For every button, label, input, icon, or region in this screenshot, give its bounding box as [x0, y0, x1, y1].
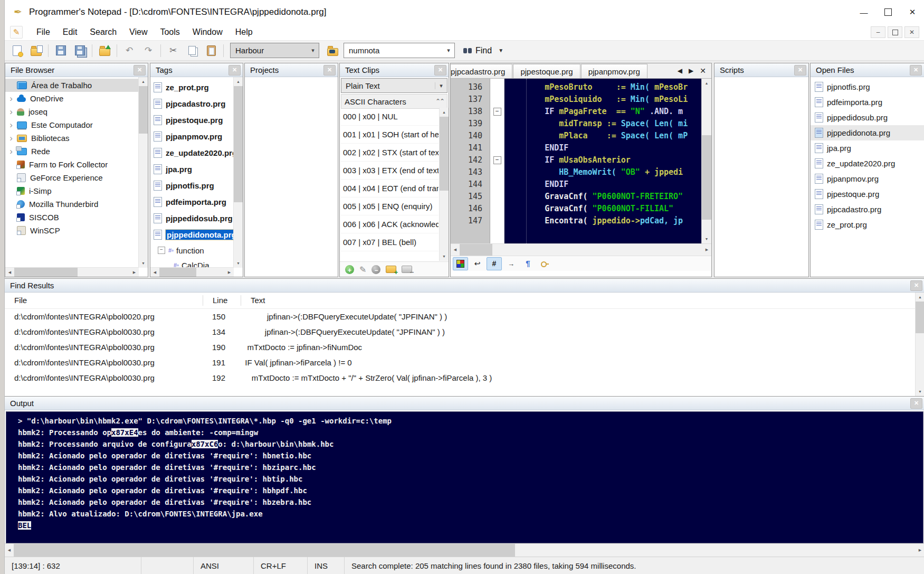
tree-item-geforce-experience[interactable]: GeForce Experience [5, 171, 139, 184]
open-file-item[interactable]: pjpnotfis.prg [811, 79, 924, 95]
menu-search[interactable]: Search [83, 26, 123, 39]
code-area[interactable]: mPesoBruto := Min( mPesoBr mPesoLiquido … [504, 79, 701, 243]
scrollbar-thumb[interactable] [460, 244, 492, 256]
open-file-item[interactable]: ze_prot.prg [811, 217, 924, 232]
scrollbar-thumb[interactable] [916, 302, 924, 333]
menu-view[interactable]: View [123, 26, 154, 39]
open-file-button[interactable] [27, 43, 45, 59]
file-browser-header[interactable]: File Browser ✕ [5, 63, 148, 77]
paste-button[interactable] [202, 43, 220, 59]
editor-view[interactable]: 136137138139140141142143144145146147 −− … [451, 79, 711, 243]
open-file-item[interactable]: pdfeimporta.prg [811, 95, 924, 110]
open-file-item[interactable]: ze_update2020.prg [811, 156, 924, 171]
find-result-row[interactable]: d:\cdrom\fontes\INTEGRA\pbol0030.prg191 … [5, 355, 916, 370]
open-file-item[interactable]: pjpestoque.prg [811, 186, 924, 202]
open-file-item[interactable]: pjppedidosub.prg [811, 110, 924, 125]
close-panel-icon[interactable]: ✕ [794, 65, 806, 76]
tag-file-item[interactable]: ze_prot.prg [150, 79, 234, 96]
syntax-highlight-toggle[interactable] [453, 257, 468, 270]
open-file-item[interactable]: pjpcadastro.prg [811, 202, 924, 217]
edit-clip-icon[interactable] [359, 265, 366, 275]
tab-scroll-right-icon[interactable]: ▶ [689, 67, 693, 74]
column-header-text[interactable]: Text [241, 295, 916, 306]
scroll-left-icon[interactable]: ◀ [5, 268, 14, 277]
tree-item-mozilla-thunderbird[interactable]: Mozilla Thunderbird [5, 197, 139, 211]
save-button[interactable] [52, 43, 70, 59]
collapse-all-icon[interactable]: ⌃⌃ [435, 98, 444, 105]
output-console[interactable]: > "d:\harbour\bin\hbmk2.exe" D:\cdrom\FO… [6, 411, 923, 543]
scroll-up-icon[interactable]: ▲ [916, 293, 924, 302]
mdi-restore-button[interactable] [888, 26, 902, 38]
close-panel-icon[interactable]: ✕ [910, 65, 922, 76]
tag-file-item[interactable]: pdfeimporta.prg [150, 194, 234, 210]
scripts-header[interactable]: Scripts ✕ [715, 63, 808, 77]
scroll-down-icon[interactable]: ▼ [234, 259, 243, 268]
vertical-scrollbar[interactable]: ▲ ▼ [233, 77, 243, 268]
text-clip-item[interactable]: 000 | x00 | NUL [341, 108, 439, 126]
save-all-button[interactable] [71, 43, 89, 59]
column-header-line[interactable]: Line [203, 295, 241, 306]
tag-file-item[interactable]: jpa.prg [150, 161, 234, 177]
scrollbar-thumb[interactable] [440, 117, 449, 191]
minimize-button[interactable]: — [852, 0, 876, 24]
tag-file-item[interactable]: pjppedidonota.prg [150, 227, 234, 243]
text-clip-item[interactable]: 004 | x04 | EOT (end of transmission) [341, 180, 439, 197]
tag-file-item[interactable]: ze_update2020.prg [150, 145, 234, 161]
tab-scroll-left-icon[interactable]: ◀ [678, 67, 682, 74]
text-clip-item[interactable]: 002 | x02 | STX (start of text) [341, 144, 439, 162]
tree-item-joseq[interactable]: ›joseq [5, 105, 139, 118]
vertical-scrollbar[interactable]: ▲ ▼ [439, 108, 449, 261]
editor-tab-pjpestoque-prg[interactable]: pjpestoque.prg [513, 64, 580, 78]
scroll-up-icon[interactable]: ▲ [139, 77, 148, 86]
word-wrap-toggle[interactable] [470, 257, 485, 270]
open-file-item[interactable]: pjppedidonota.prg [811, 125, 924, 140]
scheme-select[interactable]: Harbour▾ [230, 43, 319, 58]
scrollbar-thumb[interactable] [14, 268, 78, 277]
text-clip-item[interactable]: 005 | x05 | ENQ (enquiry) [341, 197, 439, 215]
find-result-row[interactable]: d:\cdrom\fontes\INTEGRA\pbol0030.prg134 … [5, 324, 916, 340]
tag-file-item[interactable]: pjpcadastro.prg [150, 96, 234, 112]
editor-tab-pjpcadastro-prg[interactable]: pjpcadastro.prg [451, 64, 512, 78]
line-endings-toggle[interactable] [520, 257, 536, 270]
scroll-right-icon[interactable]: ▶ [916, 544, 924, 557]
tree-item-bibliotecas[interactable]: ›Bibliotecas [5, 131, 139, 145]
scroll-down-icon[interactable]: ▼ [440, 252, 449, 261]
find-result-row[interactable]: d:\cdrom\fontes\INTEGRA\pbol0030.prg192 … [5, 370, 916, 385]
tree-item-rede[interactable]: ›Rede [5, 145, 139, 158]
fold-collapse-icon[interactable]: − [493, 108, 501, 116]
find-result-row[interactable]: d:\cdrom\fontes\INTEGRA\pbol0030.prg190 … [5, 340, 916, 355]
find-result-row[interactable]: d:\cdrom\fontes\INTEGRA\pbol0020.prg150 … [5, 309, 916, 324]
mdi-minimize-button[interactable]: – [871, 26, 885, 38]
close-panel-icon[interactable]: ✕ [910, 280, 922, 291]
horizontal-scrollbar[interactable]: ◀ ▶ [150, 267, 234, 277]
tag-file-item[interactable]: pjppedidosub.prg [150, 210, 234, 227]
scroll-right-icon[interactable]: ▶ [130, 268, 139, 277]
scroll-left-icon[interactable]: ◀ [5, 544, 14, 557]
open-files-header[interactable]: Open Files ✕ [811, 63, 924, 77]
tree-item-rea-de-trabalho[interactable]: Área de Trabalho [5, 79, 139, 92]
vertical-scrollbar[interactable]: ▲ ▼ [915, 293, 924, 396]
scroll-right-icon[interactable]: ▶ [225, 268, 234, 277]
text-clips-header[interactable]: Text Clips ✕ [340, 63, 449, 77]
projects-header[interactable]: Projects ✕ [245, 63, 338, 77]
tag-node-calcdia[interactable]: #▫CalcDia [150, 258, 234, 268]
add-clip-icon[interactable] [345, 265, 354, 274]
scroll-right-icon[interactable]: ▶ [702, 244, 711, 256]
write-protect-toggle[interactable] [537, 257, 553, 270]
add-clip-folder-icon[interactable] [386, 266, 396, 273]
search-input[interactable]: numnota▾ [344, 43, 455, 58]
clip-category-select[interactable]: Plain Text ▾ [341, 78, 447, 93]
scrollbar-thumb[interactable] [14, 544, 515, 557]
scroll-down-icon[interactable]: ▼ [916, 387, 924, 396]
horizontal-scrollbar[interactable]: ◀ ▶ [5, 267, 139, 277]
editor-vertical-scrollbar[interactable]: ▲ ▼ [701, 79, 711, 243]
text-clip-item[interactable]: 001 | x01 | SOH (start of heading) [341, 126, 439, 144]
column-header-file[interactable]: File [5, 295, 203, 306]
scrollbar-thumb[interactable] [159, 268, 196, 277]
copy-button[interactable] [183, 43, 201, 59]
scrollbar-thumb[interactable] [139, 86, 148, 134]
whitespace-toggle[interactable] [503, 257, 519, 270]
tree-item-farm-to-fork-collector[interactable]: Farm to Fork Collector [5, 158, 139, 171]
find-button[interactable]: Find▼ [460, 46, 507, 55]
tags-header[interactable]: Tags ✕ [150, 63, 243, 77]
